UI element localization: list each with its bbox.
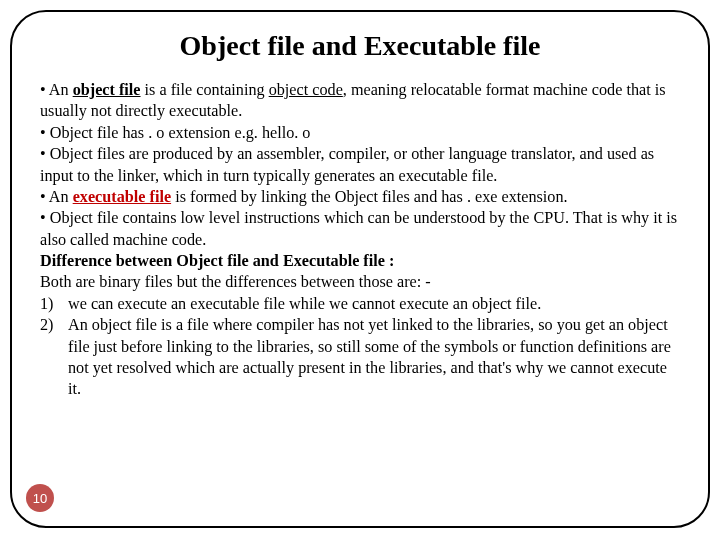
term-executable-file: executable file: [73, 188, 171, 206]
list-text: An object file is a file where compiler …: [68, 315, 680, 401]
text: • An: [40, 188, 73, 206]
bullet-executable-file: • An executable file is formed by linkin…: [40, 187, 680, 208]
slide-frame: Object file and Executable file • An obj…: [10, 10, 710, 528]
text: is a file containing: [141, 81, 269, 99]
bullet-extension: • Object file has . o extension e.g. hel…: [40, 123, 680, 144]
slide-content: • An object file is a file containing ob…: [40, 80, 680, 401]
difference-heading: Difference between Object file and Execu…: [40, 251, 680, 272]
term-object-code: object code: [269, 81, 343, 99]
text: is formed by linking the Object files an…: [171, 188, 568, 206]
bullet-produced-by: • Object files are produced by an assemb…: [40, 144, 680, 187]
bullet-object-file: • An object file is a file containing ob…: [40, 80, 680, 123]
list-number: 1): [40, 294, 68, 315]
diff-item-1: 1) we can execute an executable file whi…: [40, 294, 680, 315]
diff-item-2: 2) An object file is a file where compil…: [40, 315, 680, 401]
slide-title: Object file and Executable file: [40, 30, 680, 62]
list-number: 2): [40, 315, 68, 401]
page-number-badge: 10: [26, 484, 54, 512]
text: • An: [40, 81, 73, 99]
bullet-low-level: • Object file contains low level instruc…: [40, 208, 680, 251]
term-object-file: object file: [73, 81, 141, 99]
list-text: we can execute an executable file while …: [68, 294, 680, 315]
difference-intro: Both are binary files but the difference…: [40, 272, 680, 293]
